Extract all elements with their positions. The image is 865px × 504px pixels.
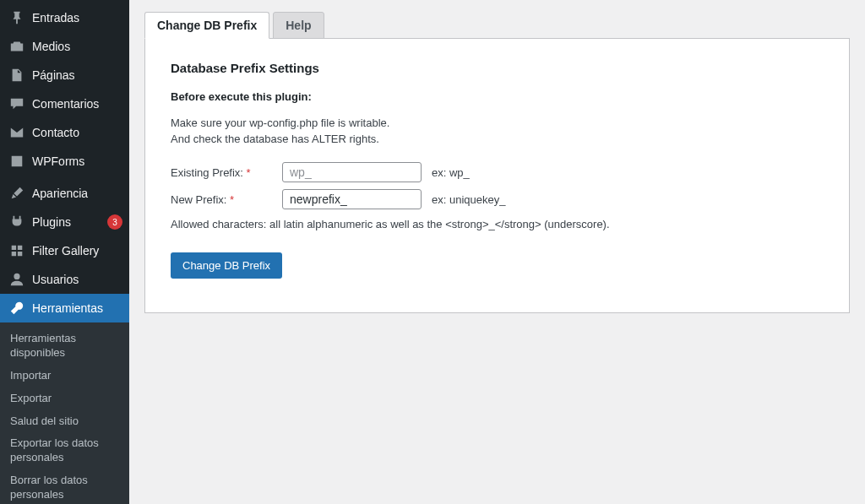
tab-help[interactable]: Help: [273, 12, 324, 39]
main-content: Change DB Prefix Help Database Prefix Se…: [129, 0, 865, 504]
submenu-item-erase-data[interactable]: Borrar los datos personales: [0, 469, 129, 504]
tab-change-db-prefix[interactable]: Change DB Prefix: [144, 12, 269, 39]
settings-panel: Database Prefix Settings Before execute …: [144, 39, 850, 313]
submenu-item-salud[interactable]: Salud del sitio: [0, 410, 129, 433]
menu-label: Contacto: [32, 126, 122, 139]
existing-prefix-input[interactable]: [282, 162, 422, 182]
menu-label: WPForms: [32, 154, 122, 168]
plug-icon: [8, 214, 25, 230]
menu-label: Herramientas: [32, 301, 122, 315]
sidebar-item-paginas[interactable]: Páginas: [0, 61, 129, 89]
brush-icon: [8, 185, 25, 202]
form-icon: [8, 153, 25, 170]
required-asterisk: *: [247, 166, 251, 179]
tab-bar: Change DB Prefix Help: [144, 12, 850, 39]
menu-group-2: Apariencia Plugins 3 Filter Gallery Usua…: [0, 176, 129, 322]
required-asterisk: *: [230, 193, 234, 206]
new-prefix-hint: ex: uniquekey_: [432, 193, 505, 206]
instruction-1: Make sure your wp-config.php file is wri…: [171, 117, 824, 129]
wrench-icon: [8, 300, 25, 317]
sidebar-item-contacto[interactable]: Contacto: [0, 118, 129, 147]
mail-icon: [8, 124, 25, 141]
sidebar-item-usuarios[interactable]: Usuarios: [0, 265, 129, 294]
camera-icon: [8, 38, 25, 55]
label-text: Existing Prefix:: [171, 166, 243, 179]
sidebar-item-entradas[interactable]: Entradas: [0, 3, 129, 32]
sidebar-item-wpforms[interactable]: WPForms: [0, 147, 129, 176]
before-execute-label: Before execute this plugin:: [171, 90, 824, 103]
submenu-item-importar[interactable]: Importar: [0, 365, 129, 387]
panel-heading: Database Prefix Settings: [171, 61, 824, 75]
menu-label: Páginas: [32, 68, 122, 82]
pin-icon: [8, 9, 25, 26]
existing-prefix-row: Existing Prefix: * ex: wp_: [171, 162, 824, 182]
menu-label: Comentarios: [32, 97, 122, 111]
new-prefix-input[interactable]: [282, 189, 422, 209]
new-prefix-row: New Prefix: * ex: uniquekey_: [171, 189, 824, 209]
sidebar-item-herramientas[interactable]: Herramientas: [0, 294, 129, 322]
herramientas-submenu: Herramientas disponibles Importar Export…: [0, 322, 129, 504]
update-badge: 3: [107, 214, 122, 230]
allowed-chars-text: Allowed characters: all latin alphanumer…: [171, 218, 824, 230]
submenu-item-export-data[interactable]: Exportar los datos personales: [0, 432, 129, 469]
menu-group-1: Entradas Medios Páginas Comentarios Cont…: [0, 0, 129, 176]
sidebar-item-filter-gallery[interactable]: Filter Gallery: [0, 236, 129, 265]
change-db-prefix-button[interactable]: Change DB Prefix: [171, 252, 282, 279]
menu-label: Entradas: [32, 11, 122, 24]
submenu-item-available-tools[interactable]: Herramientas disponibles: [0, 328, 129, 365]
existing-prefix-label: Existing Prefix: *: [171, 166, 282, 179]
comment-icon: [8, 95, 25, 112]
sidebar-item-medios[interactable]: Medios: [0, 32, 129, 61]
page-icon: [8, 67, 25, 84]
menu-label: Medios: [32, 40, 122, 53]
sidebar-item-apariencia[interactable]: Apariencia: [0, 179, 129, 208]
sidebar-item-comentarios[interactable]: Comentarios: [0, 89, 129, 118]
label-text: New Prefix:: [171, 193, 226, 206]
sidebar-item-plugins[interactable]: Plugins 3: [0, 208, 129, 236]
new-prefix-label: New Prefix: *: [171, 193, 282, 206]
existing-prefix-hint: ex: wp_: [432, 166, 470, 179]
grid-icon: [8, 242, 25, 259]
menu-label: Plugins: [32, 215, 104, 229]
menu-label: Usuarios: [32, 273, 122, 286]
instruction-2: And check the database has ALTER rights.: [171, 133, 824, 145]
admin-sidebar: Entradas Medios Páginas Comentarios Cont…: [0, 0, 129, 504]
menu-label: Filter Gallery: [32, 244, 122, 257]
user-icon: [8, 271, 25, 288]
menu-label: Apariencia: [32, 187, 122, 200]
submenu-item-exportar[interactable]: Exportar: [0, 387, 129, 410]
